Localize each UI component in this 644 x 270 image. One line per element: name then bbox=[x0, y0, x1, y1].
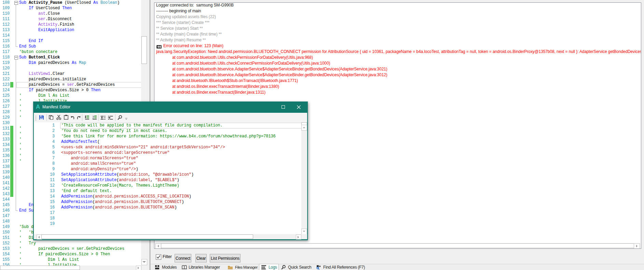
svg-text:2: 2 bbox=[93, 116, 94, 119]
